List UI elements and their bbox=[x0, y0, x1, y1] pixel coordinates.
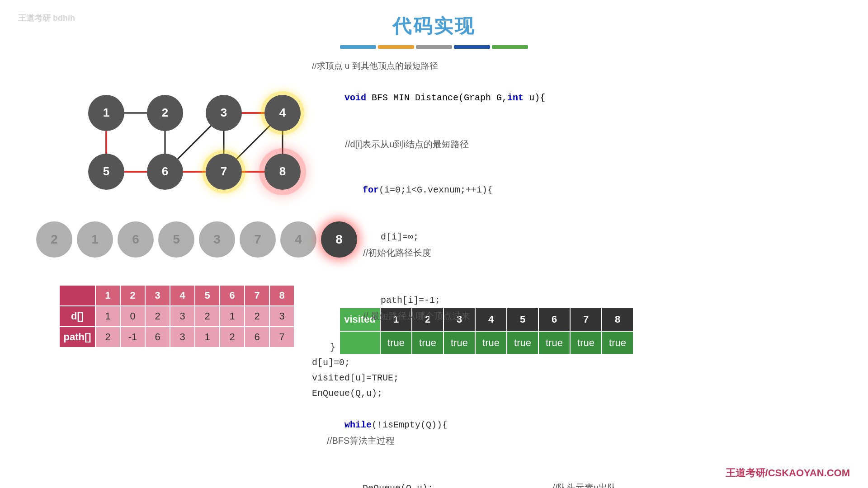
logo-label: 王道考研 bdhih bbox=[18, 14, 75, 23]
queue-node-5: 3 bbox=[199, 221, 235, 258]
d-value-8: 3 bbox=[269, 306, 294, 327]
code-line-7: visited[u]=TRUE; bbox=[312, 371, 841, 386]
page-title: 代码实现 bbox=[0, 14, 868, 39]
d-value-6: 1 bbox=[220, 306, 245, 327]
d-header-7: 7 bbox=[245, 285, 269, 306]
bar-4 bbox=[454, 45, 490, 49]
code-line-comment2: //d[i]表示从u到i结点的最短路径 bbox=[312, 121, 841, 167]
d-header-1: 1 bbox=[95, 285, 120, 306]
code-line-4: path[i]=-1; // 最短路径从哪个顶点过来 bbox=[312, 277, 841, 340]
d-label: d[] bbox=[59, 306, 95, 327]
svg-text:8: 8 bbox=[279, 164, 286, 178]
queue-node-3: 6 bbox=[118, 221, 154, 258]
bar-3 bbox=[416, 45, 452, 49]
svg-text:4: 4 bbox=[279, 106, 286, 119]
svg-text:1: 1 bbox=[103, 106, 109, 119]
svg-text:3: 3 bbox=[221, 106, 227, 119]
bar-1 bbox=[340, 45, 376, 49]
d-value-5: 2 bbox=[195, 306, 220, 327]
code-line-1: void BFS_MIN_Distance(Graph G,int u){ bbox=[312, 75, 841, 121]
queue-node-1: 2 bbox=[36, 221, 72, 258]
path-value-7: 6 bbox=[245, 327, 269, 347]
svg-text:2: 2 bbox=[162, 106, 168, 119]
code-line-5: } bbox=[312, 340, 841, 355]
code-line-6: d[u]=0; bbox=[312, 355, 841, 371]
svg-text:7: 7 bbox=[221, 164, 227, 178]
path-label: path[] bbox=[59, 327, 95, 347]
bar-5 bbox=[492, 45, 528, 49]
watermark: 王道考研/CSKAOYAN.COM bbox=[726, 466, 850, 480]
graph-svg: 4 7 8 1 2 3 5 6 bbox=[27, 63, 326, 208]
path-value-4: 3 bbox=[170, 327, 195, 347]
code-block: void BFS_MIN_Distance(Graph G,int u){ //… bbox=[312, 75, 841, 488]
queue-node-6: 7 bbox=[240, 221, 276, 258]
d-header-3: 3 bbox=[145, 285, 170, 306]
path-value-6: 2 bbox=[220, 327, 245, 347]
code-line-8: EnQueue(Q,u); bbox=[312, 386, 841, 401]
d-header-6: 6 bbox=[220, 285, 245, 306]
queue-node-7: 4 bbox=[280, 221, 316, 258]
path-value-8: 7 bbox=[269, 327, 294, 347]
table-area: 1 2 3 4 5 6 7 8 d[] 1 0 2 3 2 1 2 3 path… bbox=[59, 285, 295, 348]
queue-node-4: 5 bbox=[158, 221, 194, 258]
d-value-3: 2 bbox=[145, 306, 170, 327]
queue-area: 21653748 bbox=[36, 221, 357, 258]
d-value-1: 1 bbox=[95, 306, 120, 327]
code-comment-1: //求顶点 u 到其他顶点的最短路径 bbox=[312, 59, 841, 73]
svg-text:6: 6 bbox=[162, 164, 168, 178]
path-value-3: 6 bbox=[145, 327, 170, 347]
bar-2 bbox=[378, 45, 414, 49]
d-value-7: 2 bbox=[245, 306, 269, 327]
code-line-2: for(i=0;i<G.vexnum;++i){ bbox=[312, 167, 841, 213]
path-value-2: -1 bbox=[120, 327, 145, 347]
d-header-8: 8 bbox=[269, 285, 294, 306]
code-area: //求顶点 u 到其他顶点的最短路径 void BFS_MIN_Distance… bbox=[312, 59, 841, 488]
d-header-2: 2 bbox=[120, 285, 145, 306]
path-value-5: 1 bbox=[195, 327, 220, 347]
svg-text:5: 5 bbox=[103, 164, 109, 178]
d-header-5: 5 bbox=[195, 285, 220, 306]
logo-text: 王道考研 bdhih bbox=[18, 13, 75, 23]
decorative-bars bbox=[0, 45, 868, 49]
path-value-1: 2 bbox=[95, 327, 120, 347]
d-header-4: 4 bbox=[170, 285, 195, 306]
code-line-9: while(!isEmpty(Q)){ //BFS算法主过程 bbox=[312, 401, 841, 465]
code-line-3: d[i]=∞; //初始化路径长度 bbox=[312, 213, 841, 277]
d-value-2: 0 bbox=[120, 306, 145, 327]
data-table: 1 2 3 4 5 6 7 8 d[] 1 0 2 3 2 1 2 3 path… bbox=[59, 285, 295, 348]
d-value-4: 3 bbox=[170, 306, 195, 327]
queue-node-2: 1 bbox=[77, 221, 113, 258]
